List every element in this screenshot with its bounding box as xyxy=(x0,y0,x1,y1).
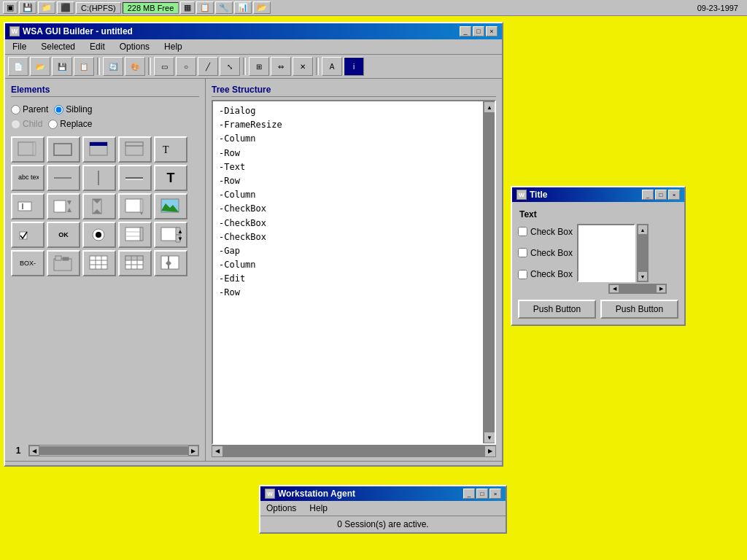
elem-pushbutton[interactable]: OK xyxy=(47,222,80,248)
tree-item[interactable]: -CheckBox xyxy=(219,202,477,216)
elem-drawarea[interactable] xyxy=(118,193,152,219)
tree-item[interactable]: -Column xyxy=(219,258,477,272)
tree-item[interactable]: -CheckBox xyxy=(219,217,477,230)
elem-scrollbar[interactable] xyxy=(82,193,116,219)
menu-options[interactable]: Options xyxy=(117,41,152,52)
elem-hpaned[interactable] xyxy=(154,250,187,276)
preview-minimize[interactable]: _ xyxy=(642,190,654,200)
taskbar-btn-7[interactable]: 🔧 xyxy=(215,1,233,14)
preview-textarea-hscroll[interactable]: ◀ ▶ xyxy=(518,284,678,294)
agent-minimize[interactable]: _ xyxy=(463,489,475,499)
elem-menubar[interactable] xyxy=(118,136,152,163)
elem-checkbox[interactable] xyxy=(11,222,44,248)
scroll-left-arrow[interactable]: ◀ xyxy=(29,446,39,456)
preview-scroll-track[interactable] xyxy=(638,235,648,271)
maximize-button[interactable]: □ xyxy=(473,26,484,36)
elem-table[interactable] xyxy=(82,250,116,276)
resize-grip[interactable] xyxy=(5,461,502,465)
toolbar-new[interactable]: 📄 xyxy=(8,57,28,76)
taskbar-btn-6[interactable]: 📋 xyxy=(196,1,214,14)
elem-scrolledlist[interactable] xyxy=(118,222,152,248)
tree-item[interactable]: -Text xyxy=(219,160,477,174)
checkbox-2-input[interactable] xyxy=(518,248,527,257)
menu-file[interactable]: File xyxy=(9,41,29,52)
toolbar-reload[interactable]: 🔄 xyxy=(103,57,123,76)
radio-replace[interactable] xyxy=(48,120,58,129)
elem-groupbox[interactable]: BOX- xyxy=(11,250,44,276)
preview-push-button-1[interactable]: Push Button xyxy=(518,300,596,319)
preview-close[interactable]: × xyxy=(668,190,680,200)
elem-tabwidget[interactable] xyxy=(47,250,80,276)
toolbar-align[interactable]: ⊞ xyxy=(249,57,269,76)
preview-maximize[interactable]: □ xyxy=(655,190,667,200)
toolbar-resize[interactable]: ⤡ xyxy=(220,57,240,76)
tree-content[interactable]: -Dialog -FrameResize -Column -Row -Text … xyxy=(213,101,483,443)
agent-menu-options[interactable]: Options xyxy=(263,502,299,514)
taskbar-btn-5[interactable]: ▦ xyxy=(180,1,195,14)
elem-textfield[interactable] xyxy=(11,193,44,219)
close-button[interactable]: × xyxy=(486,26,498,36)
tree-item[interactable]: -CheckBox xyxy=(219,230,477,244)
tree-scroll-up[interactable]: ▲ xyxy=(484,101,495,113)
toolbar-line[interactable]: ╱ xyxy=(198,57,218,76)
elem-bigtext[interactable]: T xyxy=(154,165,187,191)
radio-parent[interactable] xyxy=(11,105,20,114)
elem-spinbox[interactable] xyxy=(47,193,80,219)
toolbar-rect[interactable]: ▭ xyxy=(154,57,174,76)
toolbar-saveas[interactable]: 📋 xyxy=(74,57,94,76)
tree-item[interactable]: -Gap xyxy=(219,244,477,258)
preview-scroll-down[interactable]: ▼ xyxy=(638,271,648,281)
elem-spinbox2[interactable]: ▲▼ xyxy=(154,222,187,248)
agent-menu-help[interactable]: Help xyxy=(306,502,330,514)
preview-vscroll[interactable]: ▲ ▼ xyxy=(637,224,649,282)
tree-hscroll-middle[interactable] xyxy=(223,446,484,457)
tree-item[interactable]: -FrameResize xyxy=(219,118,477,132)
taskbar-btn-3[interactable]: 📁 xyxy=(38,1,55,14)
preview-hscroll-left[interactable]: ◀ xyxy=(609,284,619,293)
tree-scroll-down[interactable]: ▼ xyxy=(484,432,495,443)
preview-checkbox-3[interactable]: Check Box xyxy=(518,267,573,282)
radio-child-label[interactable]: Child xyxy=(11,119,42,129)
toolbar-spacer[interactable]: ⇔ xyxy=(271,57,291,76)
taskbar-btn-1[interactable]: ▣ xyxy=(3,1,18,14)
toolbar-info[interactable]: i xyxy=(344,57,364,76)
elem-image[interactable] xyxy=(154,193,187,219)
toolbar-open[interactable]: 📂 xyxy=(30,57,50,76)
tree-item[interactable]: -Row xyxy=(219,174,477,188)
tree-hscroll-right[interactable]: ▶ xyxy=(484,446,496,457)
elem-table2[interactable] xyxy=(118,250,152,276)
elem-text[interactable]: T xyxy=(154,136,187,163)
tree-item[interactable]: -Row xyxy=(219,147,477,160)
taskbar-btn-2[interactable]: 💾 xyxy=(19,1,36,14)
taskbar-drive-label[interactable]: C:(HPFS) xyxy=(76,2,121,14)
tree-hscroll[interactable]: ◀ ▶ xyxy=(212,445,496,456)
elem-label2[interactable]: abc text xyxy=(11,165,44,191)
checkbox-3-input[interactable] xyxy=(518,270,527,279)
checkbox-1-input[interactable] xyxy=(518,227,527,236)
preview-hscroll-bar[interactable]: ◀ ▶ xyxy=(608,284,667,294)
scroll-right-arrow[interactable]: ▶ xyxy=(188,446,198,456)
taskbar-btn-9[interactable]: 📂 xyxy=(253,1,271,14)
radio-replace-label[interactable]: Replace xyxy=(48,119,92,129)
toolbar-text[interactable]: A xyxy=(322,57,342,76)
menu-help[interactable]: Help xyxy=(161,41,185,52)
taskbar-btn-4[interactable]: ⬛ xyxy=(57,1,74,14)
preview-textarea[interactable] xyxy=(577,224,635,282)
preview-push-button-2[interactable]: Push Button xyxy=(600,300,678,319)
tree-item[interactable]: -Column xyxy=(219,132,477,146)
preview-checkbox-2[interactable]: Check Box xyxy=(518,245,573,260)
radio-sibling[interactable] xyxy=(54,105,63,114)
agent-maximize[interactable]: □ xyxy=(476,489,488,499)
elem-dialog[interactable] xyxy=(82,136,116,163)
toolbar-delete[interactable]: ✕ xyxy=(293,57,313,76)
scroll-track[interactable] xyxy=(39,446,188,455)
toolbar-save[interactable]: 💾 xyxy=(52,57,72,76)
radio-sibling-label[interactable]: Sibling xyxy=(54,104,92,114)
elements-hscroll[interactable]: ◀ ▶ xyxy=(28,445,199,456)
tree-scroll-middle[interactable] xyxy=(484,113,495,432)
menu-edit[interactable]: Edit xyxy=(87,41,108,52)
elem-separator-h[interactable] xyxy=(47,165,80,191)
toolbar-palette[interactable]: 🎨 xyxy=(125,57,145,76)
toolbar-circle[interactable]: ○ xyxy=(176,57,196,76)
elem-separator-v[interactable] xyxy=(82,165,116,191)
